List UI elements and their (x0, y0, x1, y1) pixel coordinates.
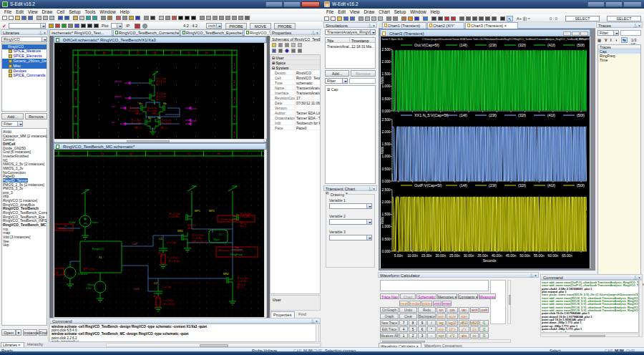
svg-text:1: 1 (74, 62, 77, 67)
svg-text:(14f): (14f) (459, 183, 467, 188)
svg-text:M = 1: M = 1 (240, 225, 246, 228)
svg-text:15.00n: 15.00n (421, 254, 432, 258)
svg-text:OutN: OutN (133, 288, 140, 291)
svg-text:WP = 1: WP = 1 (160, 127, 167, 130)
svg-text:(23f): (23f) (489, 43, 497, 47)
svg-text:outn: outn (192, 107, 197, 110)
svg-text:0.500: 0.500 (381, 238, 390, 241)
svg-text:1.500: 1.500 (381, 213, 390, 216)
svg-text:I: I (223, 51, 223, 55)
svg-text:50.00n: 50.00n (519, 254, 530, 258)
svg-text:Measure Frequency: Measure Frequency (218, 248, 244, 252)
svg-text:OutP: OutP (132, 243, 138, 245)
svg-text:M = 1: M = 1 (237, 286, 243, 289)
svg-text:C2: C2 (154, 282, 157, 285)
svg-text:M = 1: M = 1 (156, 83, 162, 86)
svg-text:0.500: 0.500 (381, 97, 390, 101)
svg-text:VBias: VBias (87, 283, 94, 286)
svg-text:Prism Voltage: Prism Voltage (220, 218, 238, 221)
svg-text:WP = 1: WP = 1 (152, 112, 159, 115)
svg-text:MN2: MN2 (223, 273, 229, 276)
svg-text:Ma: Ma (139, 102, 142, 105)
svg-text:D: D (101, 152, 104, 156)
svg-text:1.000: 1.000 (381, 155, 390, 158)
svg-text:1.500: 1.500 (381, 72, 390, 76)
svg-text:2: 2 (74, 79, 77, 84)
svg-text:2.500: 2.500 (381, 48, 390, 52)
svg-text:WP = 2.5u: WP = 2.5u (83, 268, 94, 271)
svg-text:inn: inn (112, 121, 115, 124)
svg-text:WP = 1: WP = 1 (192, 240, 200, 243)
svg-text:35.00n: 35.00n (477, 254, 488, 258)
svg-text:4: 4 (233, 114, 235, 118)
svg-text:C = Cap: C = Cap (167, 241, 176, 244)
svg-text:(14f): (14f) (459, 113, 467, 117)
svg-text:L = 0.28u: L = 0.28u (240, 215, 250, 218)
svg-text:Vpvs: Vpvs (92, 220, 98, 224)
svg-text:0.000: 0.000 (381, 180, 390, 183)
svg-text:Out:V(Cap=5f): Out:V(Cap=5f) (414, 43, 439, 47)
svg-text:G: G (187, 51, 190, 55)
svg-text:(14f): (14f) (459, 43, 467, 47)
svg-text:MP1: MP1 (195, 210, 200, 213)
svg-text:C = Cap: C = Cap (162, 286, 171, 288)
svg-text:OutP:V(Cap=5f): OutP:V(Cap=5f) (414, 183, 442, 188)
svg-text:Volts: Volts (381, 216, 384, 224)
svg-text:XX1.N_5:V(Cap=5f): XX1.N_5:V(Cap=5f) (414, 113, 449, 117)
svg-text:VNoise: VNoise (78, 272, 88, 276)
svg-text:F: F (171, 51, 173, 55)
svg-text:45.00n: 45.00n (506, 254, 517, 258)
svg-text:1.000: 1.000 (381, 225, 390, 228)
svg-text:Out: Out (235, 246, 239, 249)
svg-text:X1: X1 (99, 256, 102, 259)
svg-text:C: C (72, 152, 74, 156)
svg-text:C1: C1 (159, 238, 162, 240)
svg-text:C: C (119, 51, 122, 55)
svg-text:3: 3 (74, 97, 77, 101)
svg-text:25.00n: 25.00n (449, 254, 460, 258)
svg-text:Vvdd: Vvdd (69, 220, 75, 224)
svg-text:1.500: 1.500 (381, 142, 390, 146)
svg-text:W = 1.10u: W = 1.10u (131, 122, 141, 125)
svg-text:M = 2: M = 2 (187, 227, 194, 230)
svg-text:40.00n: 40.00n (492, 254, 502, 258)
svg-text:2.500: 2.500 (381, 118, 390, 122)
svg-text:WP = 1: WP = 1 (135, 127, 142, 130)
svg-text:H: H (205, 51, 208, 55)
svg-text:Vpvs: Vpvs (213, 238, 220, 241)
svg-text:Mc: Mc (148, 117, 152, 120)
svg-text:(23f): (23f) (489, 113, 497, 117)
svg-text:L = 10.0u: L = 10.0u (168, 256, 178, 259)
svg-text:M = 1: M = 1 (156, 98, 162, 101)
svg-text:(32f): (32f) (518, 183, 526, 188)
svg-text:(23f): (23f) (489, 183, 497, 188)
svg-text:2.000: 2.000 (381, 200, 390, 204)
svg-text:In: In (64, 225, 67, 228)
svg-text:1.000: 1.000 (381, 84, 390, 88)
svg-text:0.000: 0.000 (381, 110, 390, 113)
svg-text:2.500: 2.500 (381, 188, 390, 192)
svg-text:(41f): (41f) (547, 183, 555, 188)
svg-text:L = 0.28u: L = 0.28u (237, 280, 247, 283)
svg-text:4: 4 (74, 114, 77, 118)
svg-text:outp: outp (192, 120, 197, 122)
svg-text:pbias1: pbias1 (114, 95, 122, 98)
svg-text:0.6v: 0.6v (86, 286, 92, 290)
svg-text:0.000: 0.000 (381, 250, 390, 253)
svg-text:WP = 1: WP = 1 (135, 112, 142, 115)
svg-text:W = 10.0u: W = 10.0u (163, 303, 175, 306)
svg-text:(41f): (41f) (547, 113, 555, 117)
svg-text:D: D (137, 51, 140, 55)
svg-text:12:18:31 08/29/12: 12:18:31 08/29/12 (575, 38, 590, 41)
svg-text:5: 5 (233, 131, 235, 135)
svg-text:5.00n: 5.00n (394, 254, 403, 258)
svg-text:RingFreq: RingFreq (230, 253, 242, 256)
svg-text:3: 3 (233, 97, 235, 101)
svg-text:30.00n: 30.00n (464, 254, 474, 258)
svg-text:RingVCO: RingVCO (92, 247, 104, 251)
svg-text:20.00n: 20.00n (435, 254, 446, 258)
svg-text:Tanner T-Spice 16.20: Tanner T-Spice 16.20 (381, 38, 403, 41)
svg-text:(32f): (32f) (518, 43, 526, 47)
svg-text:65.00n: 65.00n (562, 254, 572, 258)
svg-text:M = 1: M = 1 (200, 240, 207, 243)
